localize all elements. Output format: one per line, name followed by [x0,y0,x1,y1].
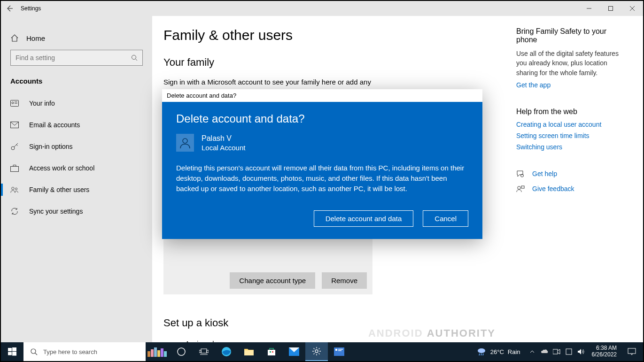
store-app-icon[interactable] [260,342,283,361]
cloud-rain-icon [476,347,487,356]
close-button[interactable] [621,1,643,16]
help-link[interactable]: Setting screen time limits [516,132,629,139]
svg-point-15 [12,187,14,190]
action-center-icon[interactable] [622,348,641,355]
task-view-icon[interactable] [193,342,215,361]
sidebar-item-label: Sign-in options [29,143,73,150]
svg-rect-55 [553,349,558,354]
search-input-wrap[interactable] [10,50,143,66]
get-help-row[interactable]: Get help [516,169,629,178]
envelope-icon [10,121,19,129]
input-tray-icon[interactable] [564,348,574,355]
chat-icon [516,169,525,178]
sidebar-item-work[interactable]: Access work or school [1,157,152,179]
remove-account-button[interactable]: Remove [322,272,367,289]
onedrive-tray-icon[interactable] [539,349,550,354]
rail-safety-heading: Bring Family Safety to your phone [516,27,629,44]
svg-rect-50 [338,350,341,351]
volume-icon[interactable] [576,348,586,355]
monitor-icon [163,341,177,342]
start-button[interactable] [1,342,23,361]
svg-rect-14 [11,167,19,172]
home-icon [10,34,19,42]
svg-rect-29 [147,351,150,357]
sidebar-item-family[interactable]: Family & other users [1,179,152,200]
search-icon [30,348,38,355]
feedback-icon [516,185,525,193]
taskbar-time: 6:38 AM [592,345,617,352]
minimize-button[interactable] [578,1,600,16]
svg-point-58 [183,139,187,143]
tray-chevron-icon[interactable] [527,349,537,354]
svg-rect-30 [151,349,154,357]
maximize-button[interactable] [600,1,621,16]
svg-rect-33 [161,348,163,357]
get-help-link[interactable]: Get help [532,170,557,177]
explorer-app-icon[interactable] [238,342,260,361]
svg-rect-37 [199,350,201,353]
weather-temp: 26°C [490,348,504,355]
mail-app-icon[interactable] [283,342,305,361]
sidebar-item-signin[interactable]: Sign-in options [1,136,152,157]
sidebar-home[interactable]: Home [1,30,152,50]
settings-app-icon[interactable] [305,342,328,361]
sidebar-item-label: Sync your settings [29,208,83,215]
give-feedback-link[interactable]: Give feedback [532,185,574,193]
svg-line-52 [479,354,480,355]
news-widget[interactable] [146,342,170,361]
taskbar-clock[interactable]: 6:38 AM 6/26/2022 [588,345,621,358]
svg-point-27 [31,349,36,354]
weather-widget[interactable]: 26°C Rain [472,347,525,356]
help-link[interactable]: Switching users [516,143,629,151]
svg-point-21 [518,186,520,189]
control-panel-icon[interactable] [328,342,350,361]
family-heading: Your family [163,56,507,69]
svg-rect-24 [12,347,16,351]
svg-rect-47 [334,347,344,356]
svg-rect-31 [154,347,157,357]
edge-app-icon[interactable] [215,342,238,361]
taskbar-search[interactable]: Type here to search [23,342,146,361]
back-button[interactable] [6,5,13,12]
window-titlebar: Settings [1,1,643,16]
svg-rect-23 [8,348,12,351]
selected-account-panel: Change account type Remove [163,238,372,294]
svg-line-12 [14,143,18,147]
svg-line-28 [35,353,37,355]
dialog-description: Deleting this person's account will remo… [176,163,467,193]
window-title: Settings [21,5,41,12]
sidebar-item-label: Your info [29,100,55,107]
svg-rect-48 [335,349,337,351]
sidebar-item-sync[interactable]: Sync your settings [1,200,152,222]
taskbar-search-placeholder: Type here to search [43,348,97,355]
sidebar-home-label: Home [26,34,45,42]
meet-now-icon[interactable] [551,349,562,354]
change-account-type-button[interactable]: Change account type [230,272,315,289]
svg-rect-56 [566,349,572,354]
svg-point-46 [315,350,318,353]
sidebar-item-your-info[interactable]: Your info [1,92,152,114]
sync-icon [10,207,19,216]
dialog-cancel-button[interactable]: Cancel [423,210,468,227]
svg-point-7 [12,102,14,104]
get-app-link[interactable]: Get the app [516,81,629,89]
svg-rect-32 [157,350,160,357]
cortana-icon[interactable] [170,342,193,361]
svg-rect-49 [338,349,343,350]
assigned-access-row[interactable]: Assigned access Set up this device as a … [163,339,507,342]
dialog-delete-button[interactable]: Delete account and data [314,210,414,227]
user-avatar-icon [176,134,194,152]
sidebar-item-email[interactable]: Email & accounts [1,114,152,136]
svg-point-35 [178,348,185,355]
dialog-titlebar: Delete account and data? [162,89,482,102]
svg-rect-1 [609,7,613,11]
svg-line-5 [136,59,138,61]
give-feedback-row[interactable]: Give feedback [516,185,629,193]
svg-line-13 [16,145,18,146]
page-title: Family & other users [163,27,507,43]
search-icon [131,54,138,61]
help-link[interactable]: Creating a local user account [516,121,629,128]
search-input[interactable] [16,54,128,62]
svg-rect-25 [8,352,12,355]
rail-help-heading: Help from the web [516,108,629,116]
